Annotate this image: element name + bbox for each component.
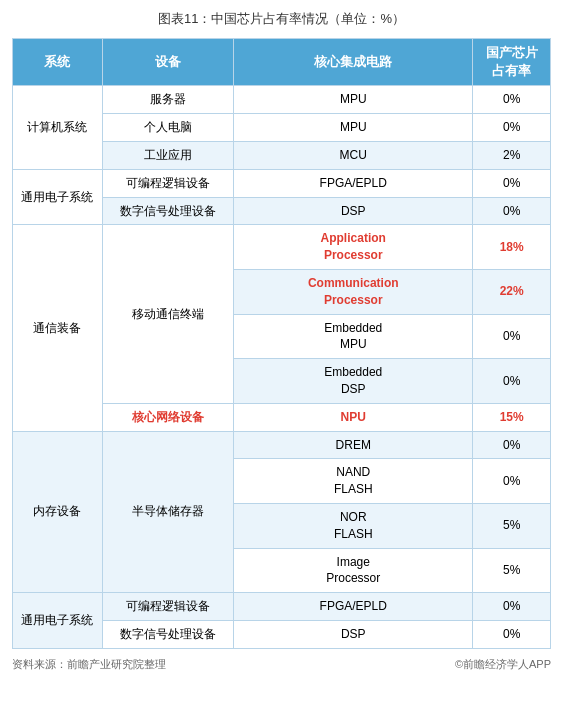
device-cell: 数字信号处理设备 <box>102 197 234 225</box>
core-cell: DSP <box>234 197 473 225</box>
data-table: 系统 设备 核心集成电路 国产芯片占有率 计算机系统服务器MPU0%个人电脑MP… <box>12 38 551 649</box>
rate-cell: 0% <box>473 620 551 648</box>
rate-cell: 0% <box>473 114 551 142</box>
device-cell: 可编程逻辑设备 <box>102 593 234 621</box>
core-cell: MCU <box>234 141 473 169</box>
core-cell: DREM <box>234 431 473 459</box>
rate-cell: 0% <box>473 359 551 404</box>
core-cell: ImageProcessor <box>234 548 473 593</box>
system-cell: 通信装备 <box>13 225 103 431</box>
rate-cell: 0% <box>473 86 551 114</box>
rate-cell: 5% <box>473 548 551 593</box>
rate-cell: 0% <box>473 459 551 504</box>
chart-title: 图表11：中国芯片占有率情况（单位：%） <box>12 10 551 28</box>
device-cell: 可编程逻辑设备 <box>102 169 234 197</box>
core-cell: ApplicationProcessor <box>234 225 473 270</box>
rate-cell: 0% <box>473 593 551 621</box>
header-device: 设备 <box>102 39 234 86</box>
core-cell: EmbeddedDSP <box>234 359 473 404</box>
core-cell: EmbeddedMPU <box>234 314 473 359</box>
rate-cell: 2% <box>473 141 551 169</box>
system-cell: 通用电子系统 <box>13 169 103 225</box>
system-cell: 通用电子系统 <box>13 593 103 649</box>
core-cell: DSP <box>234 620 473 648</box>
footer-source: 资料来源：前瞻产业研究院整理 <box>12 657 166 672</box>
device-cell: 服务器 <box>102 86 234 114</box>
rate-cell: 0% <box>473 431 551 459</box>
rate-cell: 0% <box>473 314 551 359</box>
header-system: 系统 <box>13 39 103 86</box>
footer: 资料来源：前瞻产业研究院整理 ©前瞻经济学人APP <box>12 657 551 672</box>
core-cell: FPGA/EPLD <box>234 593 473 621</box>
core-cell: FPGA/EPLD <box>234 169 473 197</box>
rate-cell: 18% <box>473 225 551 270</box>
rate-cell: 22% <box>473 269 551 314</box>
system-cell: 内存设备 <box>13 431 103 593</box>
device-cell: 个人电脑 <box>102 114 234 142</box>
core-cell: NANDFLASH <box>234 459 473 504</box>
device-cell: 工业应用 <box>102 141 234 169</box>
core-cell: MPU <box>234 86 473 114</box>
footer-brand: ©前瞻经济学人APP <box>455 657 551 672</box>
rate-cell: 15% <box>473 403 551 431</box>
core-cell: NPU <box>234 403 473 431</box>
device-cell: 半导体储存器 <box>102 431 234 593</box>
device-cell: 数字信号处理设备 <box>102 620 234 648</box>
rate-cell: 0% <box>473 169 551 197</box>
core-cell: CommunicationProcessor <box>234 269 473 314</box>
header-core: 核心集成电路 <box>234 39 473 86</box>
rate-cell: 0% <box>473 197 551 225</box>
core-cell: NORFLASH <box>234 503 473 548</box>
system-cell: 计算机系统 <box>13 86 103 169</box>
rate-cell: 5% <box>473 503 551 548</box>
core-cell: MPU <box>234 114 473 142</box>
device-cell: 移动通信终端 <box>102 225 234 403</box>
device-cell: 核心网络设备 <box>102 403 234 431</box>
header-rate: 国产芯片占有率 <box>473 39 551 86</box>
